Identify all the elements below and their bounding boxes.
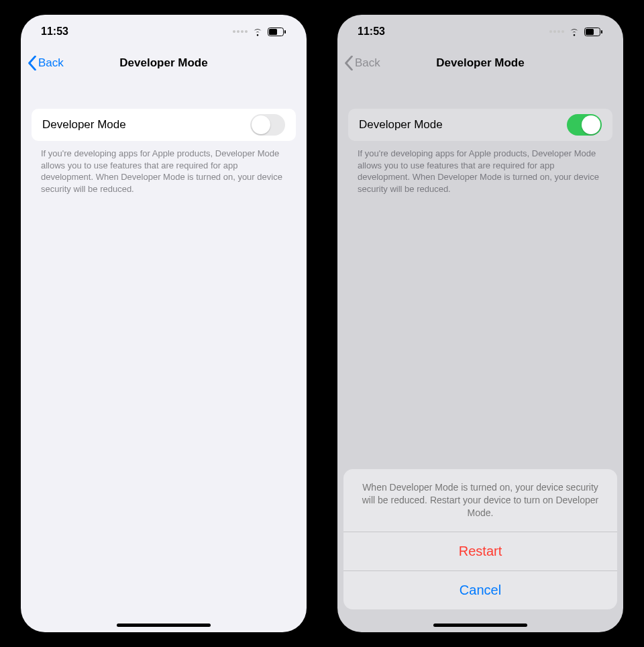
back-label: Back xyxy=(355,56,380,70)
home-indicator[interactable] xyxy=(117,624,211,627)
back-button[interactable]: Back xyxy=(28,56,64,70)
action-sheet-message: When Developer Mode is turned on, your d… xyxy=(343,469,617,532)
developer-mode-toggle[interactable] xyxy=(567,114,602,136)
restart-button[interactable]: Restart xyxy=(343,532,617,570)
chevron-left-icon xyxy=(28,56,37,70)
cellular-icon xyxy=(549,30,564,33)
developer-mode-toggle[interactable] xyxy=(250,114,285,136)
status-bar: 11:53 xyxy=(337,15,623,48)
svg-rect-2 xyxy=(284,30,286,34)
status-time: 11:53 xyxy=(41,26,68,38)
svg-rect-4 xyxy=(586,29,594,35)
developer-mode-row[interactable]: Developer Mode xyxy=(348,109,612,141)
cellular-icon xyxy=(233,30,248,33)
svg-rect-1 xyxy=(269,29,277,35)
back-label: Back xyxy=(38,56,64,70)
home-indicator[interactable] xyxy=(433,624,527,627)
developer-mode-row[interactable]: Developer Mode xyxy=(32,109,296,141)
battery-icon xyxy=(584,28,603,36)
nav-bar: Back Developer Mode xyxy=(337,48,623,78)
chevron-left-icon xyxy=(344,56,354,70)
back-button[interactable]: Back xyxy=(344,56,380,70)
action-sheet: When Developer Mode is turned on, your d… xyxy=(337,469,623,632)
content: Developer Mode If you're developing apps… xyxy=(337,78,623,195)
footer-text: If you're developing apps for Apple prod… xyxy=(337,141,623,195)
nav-bar: Back Developer Mode xyxy=(21,48,307,78)
svg-rect-5 xyxy=(601,30,602,34)
wifi-icon xyxy=(568,28,580,36)
content: Developer Mode If you're developing apps… xyxy=(21,78,307,195)
phone-right: 11:53 Back Developer Mode Developer Mode… xyxy=(337,15,623,632)
cancel-button[interactable]: Cancel xyxy=(343,570,617,609)
status-bar: 11:53 xyxy=(21,15,307,48)
footer-text: If you're developing apps for Apple prod… xyxy=(21,141,307,195)
row-label: Developer Mode xyxy=(42,118,126,132)
battery-icon xyxy=(268,28,286,36)
row-label: Developer Mode xyxy=(359,118,443,132)
status-time: 11:53 xyxy=(358,26,385,38)
action-sheet-panel: When Developer Mode is turned on, your d… xyxy=(343,469,617,609)
wifi-icon xyxy=(252,28,264,36)
status-right xyxy=(549,28,603,36)
phone-left: 11:53 Back Developer Mode Developer Mode… xyxy=(21,15,307,632)
status-right xyxy=(233,28,286,36)
